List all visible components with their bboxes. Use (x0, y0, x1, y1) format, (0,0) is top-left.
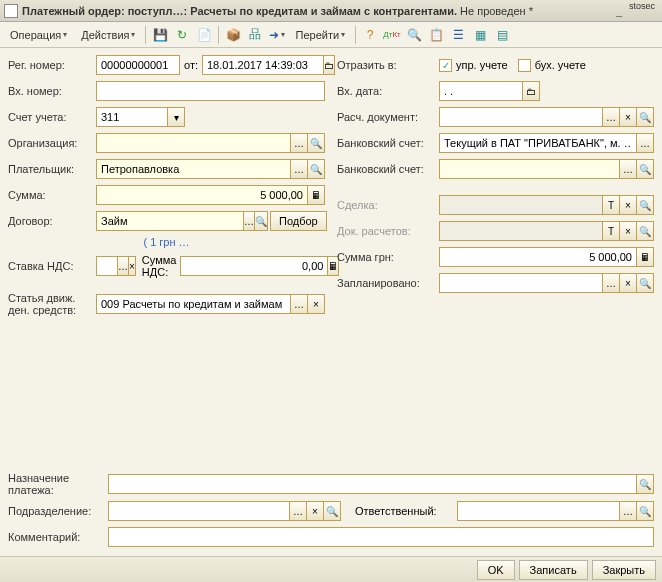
date-input[interactable] (202, 55, 324, 75)
sum-uah-input[interactable] (439, 247, 637, 267)
grid2-icon[interactable]: ▤ (492, 25, 512, 45)
date-cal-button[interactable]: 🗀 (323, 55, 335, 75)
contract-search-button[interactable]: 🔍 (254, 211, 268, 231)
planned-search-button[interactable]: 🔍 (636, 273, 654, 293)
calc-doc-clear-button[interactable]: × (619, 107, 637, 127)
menu-operation[interactable]: Операция▾ (4, 26, 73, 44)
acc-checkbox[interactable] (518, 59, 531, 72)
window-title: Платежный ордер: поступл…: Расчеты по кр… (22, 5, 612, 17)
planned-input[interactable] (439, 273, 603, 293)
article-label: Статья движ.ден. средств: (8, 292, 96, 316)
deal-clear-button[interactable]: × (619, 195, 637, 215)
bank-acc2-open-button[interactable]: … (619, 159, 637, 179)
grid1-icon[interactable]: ▦ (470, 25, 490, 45)
planned-open-button[interactable]: … (602, 273, 620, 293)
account-dropdown-button[interactable]: ▾ (167, 107, 185, 127)
in-date-input[interactable] (439, 81, 523, 101)
planned-clear-button[interactable]: × (619, 273, 637, 293)
calc-docs-search-button[interactable]: 🔍 (636, 221, 654, 241)
calc-docs-clear-button[interactable]: × (619, 221, 637, 241)
deal-search-button[interactable]: 🔍 (636, 195, 654, 215)
org-search-button[interactable]: 🔍 (307, 133, 325, 153)
rate-link[interactable]: ( 1 грн … (8, 236, 325, 248)
responsible-open-button[interactable]: … (619, 501, 637, 521)
purpose-label: Назначениеплатежа: (8, 472, 108, 496)
menu-actions[interactable]: Действия▾ (75, 26, 141, 44)
in-no-input[interactable] (96, 81, 325, 101)
bank-acc-open-button[interactable]: … (636, 133, 654, 153)
minimize-icon[interactable]: _ (616, 5, 622, 17)
org-input[interactable] (96, 133, 291, 153)
comment-input[interactable] (108, 527, 654, 547)
account-label: Счет учета: (8, 111, 96, 123)
brand-logo: stosec (626, 1, 658, 21)
mgmt-checkbox[interactable]: ✓ (439, 59, 452, 72)
planned-label: Запланировано: (337, 277, 439, 289)
dtkt-icon[interactable]: ДтКт (382, 25, 402, 45)
bank-acc-label: Банковский счет: (337, 137, 439, 149)
sum-uah-label: Сумма грн: (337, 251, 439, 263)
department-input[interactable] (108, 501, 290, 521)
acc-label: бух. учете (535, 59, 586, 71)
report-icon[interactable]: 📋 (426, 25, 446, 45)
org-label: Организация: (8, 137, 96, 149)
save-icon[interactable]: 💾 (150, 25, 170, 45)
article-input[interactable] (96, 294, 291, 314)
org-open-button[interactable]: … (290, 133, 308, 153)
reg-no-input[interactable] (96, 55, 180, 75)
close-button[interactable]: Закрыть (592, 560, 656, 580)
bank-acc2-label: Банковский счет: (337, 163, 439, 175)
sum-uah-calc-button[interactable]: 🖩 (636, 247, 654, 267)
struct-icon[interactable]: 品 (245, 25, 265, 45)
bank-acc2-input[interactable] (439, 159, 620, 179)
help-icon[interactable]: ? (360, 25, 380, 45)
article-open-button[interactable]: … (290, 294, 308, 314)
department-search-button[interactable]: 🔍 (323, 501, 341, 521)
menu-goto[interactable]: Перейти▾ (289, 26, 351, 44)
calc-doc-open-button[interactable]: … (602, 107, 620, 127)
payer-open-button[interactable]: … (290, 159, 308, 179)
titlebar: Платежный ордер: поступл…: Расчеты по кр… (0, 0, 662, 22)
footer: OK Записать Закрыть (0, 556, 662, 582)
department-clear-button[interactable]: × (306, 501, 324, 521)
payer-search-button[interactable]: 🔍 (307, 159, 325, 179)
in-date-label: Вх. дата: (337, 85, 439, 97)
purpose-input[interactable] (108, 474, 637, 494)
zoom-icon[interactable]: 🔍 (404, 25, 424, 45)
calc-docs-label: Док. расчетов: (337, 225, 439, 237)
responsible-input[interactable] (457, 501, 620, 521)
refresh-icon[interactable]: ↻ (172, 25, 192, 45)
vat-sum-label: Сумма НДС: (142, 254, 177, 278)
list-icon[interactable]: ☰ (448, 25, 468, 45)
toolbar: Операция▾ Действия▾ 💾 ↻ 📄 📦 品 ➜▾ Перейти… (0, 22, 662, 48)
deal-t-button[interactable]: T (602, 195, 620, 215)
bank-acc-input[interactable] (439, 133, 637, 153)
deal-input (439, 195, 603, 215)
mgmt-label: упр. учете (456, 59, 508, 71)
arrow-icon[interactable]: ➜▾ (267, 25, 287, 45)
calc-doc-search-button[interactable]: 🔍 (636, 107, 654, 127)
bank-acc2-search-button[interactable]: 🔍 (636, 159, 654, 179)
department-label: Подразделение: (8, 505, 108, 517)
sum-calc-button[interactable]: 🖩 (307, 185, 325, 205)
select-button[interactable]: Подбор (270, 211, 327, 231)
department-open-button[interactable]: … (289, 501, 307, 521)
calc-docs-t-button[interactable]: T (602, 221, 620, 241)
save-button[interactable]: Записать (519, 560, 588, 580)
sum-input[interactable] (96, 185, 308, 205)
purpose-search-button[interactable]: 🔍 (636, 474, 654, 494)
box-icon[interactable]: 📦 (223, 25, 243, 45)
in-date-cal-button[interactable]: 🗀 (522, 81, 540, 101)
payer-input[interactable] (96, 159, 291, 179)
calc-doc-input[interactable] (439, 107, 603, 127)
in-no-label: Вх. номер: (8, 85, 96, 97)
vat-rate-clear-button[interactable]: × (128, 256, 136, 276)
contract-input[interactable] (96, 211, 244, 231)
article-clear-button[interactable]: × (307, 294, 325, 314)
post-icon[interactable]: 📄 (194, 25, 214, 45)
ok-button[interactable]: OK (477, 560, 515, 580)
responsible-search-button[interactable]: 🔍 (636, 501, 654, 521)
vat-sum-input[interactable] (180, 256, 328, 276)
account-input[interactable] (96, 107, 168, 127)
vat-rate-input[interactable] (96, 256, 118, 276)
